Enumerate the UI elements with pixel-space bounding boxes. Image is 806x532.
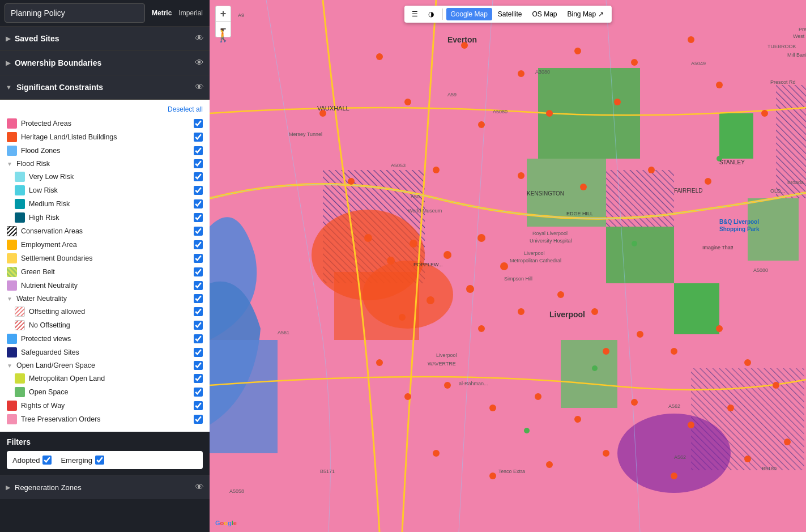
satellite-button[interactable]: Satellite — [493, 8, 527, 20]
water-neutrality-chevron[interactable]: ▼ — [7, 296, 12, 302]
svg-text:A562: A562 — [668, 403, 680, 409]
svg-text:KENSINGTON: KENSINGTON — [527, 190, 564, 197]
significant-constraints-header[interactable]: ▼ Significant Constraints 👁 — [0, 75, 210, 100]
tree-preservation-checkbox[interactable] — [194, 415, 203, 424]
regeneration-zones-header[interactable]: ▶ Regeneration Zones 👁 — [0, 475, 210, 499]
ownership-label: Ownership Boundaries — [15, 58, 101, 67]
green-belt-checkbox[interactable] — [194, 267, 203, 276]
svg-point-50 — [478, 325, 485, 332]
conservation-checkbox[interactable] — [194, 227, 203, 236]
very-low-risk-checkbox[interactable] — [194, 172, 203, 181]
metric-unit[interactable]: Metric — [150, 8, 174, 18]
map-canvas[interactable]: Everton Liverpool VAUXHALL KENSINGTON ED… — [210, 0, 806, 532]
svg-text:University Hospital: University Hospital — [530, 238, 572, 244]
svg-text:TUEBROOK: TUEBROOK — [767, 44, 796, 49]
map-area[interactable]: + − 🚶 ☰ ◑ Google Map Satellite OS Map Bi… — [210, 0, 806, 532]
list-item: Green Belt — [7, 265, 203, 279]
list-item: Settlement Boundaries — [7, 252, 203, 265]
imperial-unit[interactable]: Imperial — [176, 8, 205, 18]
protected-views-checkbox[interactable] — [194, 334, 203, 343]
svg-point-70 — [489, 473, 496, 479]
list-item: Protected views — [7, 332, 203, 346]
heritage-label: Heritage Land/Listed Buildings — [21, 133, 117, 141]
flood-zones-checkbox[interactable] — [194, 146, 203, 155]
high-risk-checkbox[interactable] — [194, 213, 203, 222]
ownership-boundaries-header[interactable]: ▶ Ownership Boundaries 👁 — [0, 51, 210, 75]
list-item: ▼ Flood Risk — [7, 158, 203, 170]
svg-text:A5058: A5058 — [229, 488, 244, 494]
svg-text:A50: A50 — [411, 194, 420, 199]
low-risk-label: Low Risk — [29, 186, 58, 194]
svg-text:A59: A59 — [447, 92, 457, 97]
metro-open-land-checkbox[interactable] — [194, 374, 203, 383]
water-neutrality-checkbox[interactable] — [194, 294, 203, 303]
top-bar: Planning Policy Metric Imperial — [0, 0, 210, 27]
list-item: Open Space — [15, 385, 203, 399]
regeneration-label: Regeneration Zones — [15, 483, 82, 492]
layer-toggle-button[interactable]: ◑ — [424, 8, 438, 20]
svg-point-30 — [478, 121, 485, 128]
layer-dropdown[interactable]: Planning Policy — [5, 3, 145, 23]
legend-panel: Deselect all Protected Areas Heritage La… — [0, 100, 210, 432]
flood-risk-checkbox[interactable] — [194, 159, 203, 168]
regeneration-eye-icon[interactable]: 👁 — [195, 482, 204, 492]
open-space-checkbox[interactable] — [194, 388, 203, 397]
employment-checkbox[interactable] — [194, 240, 203, 249]
significant-eye-icon[interactable]: 👁 — [195, 82, 204, 92]
offsetting-allowed-checkbox[interactable] — [194, 307, 203, 316]
open-land-chevron[interactable]: ▼ — [7, 363, 12, 369]
heritage-checkbox[interactable] — [194, 133, 203, 142]
svg-point-56 — [671, 348, 677, 355]
significant-chevron: ▼ — [6, 84, 12, 91]
svg-point-48 — [427, 296, 434, 304]
adopted-checkbox[interactable] — [42, 456, 52, 465]
os-map-button[interactable]: OS Map — [528, 8, 562, 20]
protected-areas-color — [7, 118, 17, 129]
nutrient-checkbox[interactable] — [194, 281, 203, 290]
svg-text:VAUXHALL: VAUXHALL — [317, 105, 349, 112]
pegman-icon[interactable]: 🚶 — [215, 28, 231, 43]
svg-text:EDGE HILL: EDGE HILL — [566, 211, 593, 216]
filters-row: Adopted Emerging — [7, 451, 203, 469]
settlement-color — [7, 253, 17, 263]
conservation-label: Conservation Areas — [21, 227, 83, 235]
ownership-chevron: ▶ — [6, 59, 10, 67]
safeguarded-checkbox[interactable] — [194, 348, 203, 357]
svg-text:POPPLEW...: POPPLEW... — [413, 262, 443, 267]
saved-sites-header[interactable]: ▶ Saved Sites 👁 — [0, 27, 210, 51]
svg-text:Shopping Park: Shopping Park — [719, 226, 760, 232]
unit-toggle: Metric Imperial — [150, 8, 205, 18]
settlement-label: Settlement Boundaries — [21, 254, 92, 262]
bing-map-button[interactable]: Bing Map ↗ — [563, 8, 608, 20]
rights-of-way-checkbox[interactable] — [194, 401, 203, 410]
protected-areas-checkbox[interactable] — [194, 119, 203, 128]
menu-icon-button[interactable]: ☰ — [407, 8, 423, 20]
svg-text:Broada...: Broada... — [787, 180, 806, 185]
deselect-all-button[interactable]: Deselect all — [7, 105, 203, 113]
svg-point-72 — [603, 450, 609, 457]
ownership-eye-icon[interactable]: 👁 — [195, 58, 204, 68]
flood-risk-chevron[interactable]: ▼ — [7, 161, 12, 167]
svg-rect-20 — [334, 272, 419, 340]
list-item: Very Low Risk — [15, 170, 203, 184]
low-risk-checkbox[interactable] — [194, 186, 203, 195]
medium-risk-checkbox[interactable] — [194, 199, 203, 208]
saved-sites-eye-icon[interactable]: 👁 — [195, 33, 204, 44]
list-item: Rights of Way — [7, 399, 203, 412]
settlement-checkbox[interactable] — [194, 254, 203, 263]
svg-point-78 — [592, 365, 598, 371]
protected-areas-label: Protected Areas — [21, 120, 71, 127]
svg-point-73 — [671, 473, 677, 479]
zoom-in-button[interactable]: + — [215, 6, 231, 22]
offsetting-allowed-label: Offsetting allowed — [29, 308, 85, 316]
rights-of-way-label: Rights of Way — [21, 402, 65, 410]
no-offsetting-checkbox[interactable] — [194, 321, 203, 330]
open-land-checkbox[interactable] — [194, 361, 203, 370]
list-item: Nutrient Neutrality — [7, 279, 203, 292]
svg-text:World Museum: World Museum — [408, 208, 442, 214]
nutrient-label: Nutrient Neutrality — [21, 282, 78, 290]
emerging-checkbox[interactable] — [95, 456, 104, 465]
google-map-button[interactable]: Google Map — [446, 8, 492, 20]
emerging-label: Emerging — [61, 456, 92, 465]
svg-point-46 — [500, 262, 508, 270]
